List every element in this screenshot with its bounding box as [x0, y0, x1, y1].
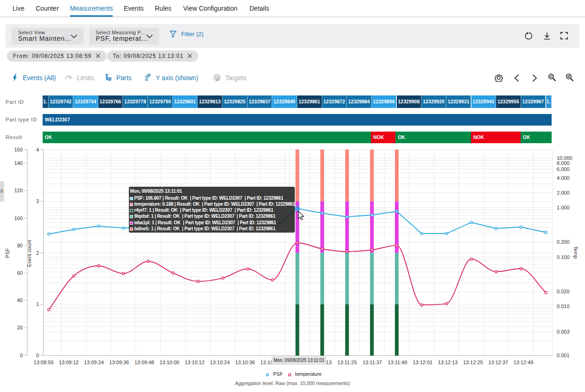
- svg-text:120: 120: [14, 188, 23, 193]
- svg-text:3: 3: [36, 198, 39, 204]
- svg-text:13:12:37: 13:12:37: [488, 360, 508, 365]
- svg-text:0.020: 0.020: [557, 289, 570, 294]
- svg-text:0: 0: [20, 353, 23, 358]
- svg-text:13:09:24: 13:09:24: [84, 360, 104, 365]
- svg-text:0.200: 0.200: [557, 239, 570, 245]
- svg-text:Event count: Event count: [26, 240, 32, 267]
- svg-text:20: 20: [17, 325, 23, 330]
- svg-text:140: 140: [14, 160, 23, 166]
- svg-text:13:10:24: 13:10:24: [210, 360, 230, 365]
- svg-text:60: 60: [17, 270, 23, 276]
- svg-text:0.100: 0.100: [557, 254, 570, 260]
- svg-text:150: 150: [14, 147, 23, 152]
- svg-text:PSF: PSF: [5, 248, 10, 258]
- svg-text:13:09:48: 13:09:48: [134, 360, 154, 365]
- svg-text:80: 80: [17, 243, 23, 248]
- svg-text:13:10:36: 13:10:36: [235, 360, 255, 365]
- svg-text:13:12:25: 13:12:25: [463, 360, 483, 365]
- svg-text:13:08:59: 13:08:59: [34, 360, 54, 365]
- svg-text:1.000: 1.000: [557, 205, 570, 210]
- svg-text:4: 4: [36, 147, 39, 152]
- svg-text:13:12:49: 13:12:49: [514, 360, 534, 365]
- svg-text:0.001: 0.001: [557, 353, 570, 358]
- svg-text:13:11:37: 13:11:37: [362, 360, 382, 365]
- svg-text:6.000: 6.000: [557, 166, 570, 172]
- svg-text:0.003: 0.003: [557, 329, 570, 335]
- svg-text:0.010: 0.010: [557, 303, 570, 309]
- svg-text:100: 100: [14, 215, 23, 221]
- svg-text:13:11:25: 13:11:25: [337, 360, 357, 365]
- svg-text:13:10:00: 13:10:00: [159, 360, 179, 365]
- svg-text:13:09:12: 13:09:12: [59, 360, 79, 365]
- svg-text:8.000: 8.000: [557, 160, 570, 166]
- svg-text:4.000: 4.000: [557, 175, 570, 181]
- svg-text:Temp: Temp: [573, 247, 579, 259]
- svg-text:40: 40: [17, 297, 23, 303]
- svg-text:13:12:13: 13:12:13: [438, 360, 458, 365]
- svg-text:13:12:01: 13:12:01: [413, 360, 432, 365]
- svg-text:13:10:12: 13:10:12: [184, 360, 204, 365]
- svg-text:1: 1: [36, 301, 39, 307]
- svg-text:2.000: 2.000: [557, 190, 570, 196]
- svg-text:13:09:36: 13:09:36: [109, 360, 129, 365]
- svg-text:2: 2: [36, 250, 39, 256]
- svg-text:13:11:49: 13:11:49: [388, 360, 407, 365]
- svg-text:0: 0: [36, 353, 39, 358]
